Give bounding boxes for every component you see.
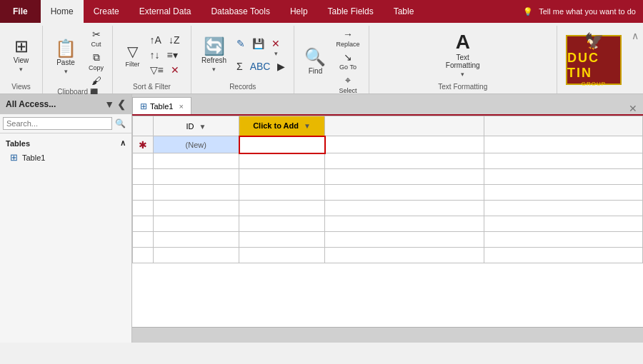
select-button[interactable]: ⌖ Select [333,73,362,96]
select-icon: ⌖ [345,74,351,86]
toggle-filter-button[interactable]: ✕ [168,63,182,77]
main-area: All Access... ▼ ❮ 🔍 Tables ∧ ⊞ Table1 [0,94,643,343]
id-column-dropdown[interactable]: ▼ [199,123,206,131]
tab-external-data[interactable]: External Data [129,0,201,23]
empty-col-header-2 [484,116,643,136]
tab-close-button[interactable]: × [179,102,183,111]
content-area: ⊞ Table1 × ✕ ID ▼ Click to Add [132,94,643,343]
find-icon: 🔍 [304,49,326,66]
logo-group-text: GROUP [582,81,606,87]
empty-row3-indicator [133,185,154,201]
tell-me-text[interactable]: Tell me what you want to do [539,7,636,16]
new-row-input-cell[interactable] [239,136,325,153]
ascending-button[interactable]: ↑A [147,33,164,47]
save-record-button[interactable]: 💾 [249,36,267,59]
refresh-button[interactable]: 🔄 Refresh ▾ [197,36,231,75]
paste-button[interactable]: 📋 Paste ▾ [49,38,83,77]
empty-row3-col1 [239,185,325,201]
row-indicator-header [133,116,154,136]
empty-row1-id [154,153,239,169]
cut-label: Cut [91,41,101,48]
find-content: 🔍 Find → Replace ↘ Go To ⌖ Select [300,27,362,96]
format-painter-button[interactable]: 🖌 [86,74,106,88]
remove-sort-button[interactable]: ↑↓ [147,48,163,62]
view-button[interactable]: ⊞ View ▾ [7,36,36,75]
sort-row2: ↑↓ ≡▾ [147,48,183,62]
new-row-id-cell[interactable]: (New) [154,136,239,153]
tab-table-fields[interactable]: Table Fields [318,0,384,23]
totals-button[interactable]: Σ [234,59,246,74]
search-input[interactable] [3,117,112,130]
spelling-button[interactable]: ABC [247,59,274,74]
status-bar [132,327,643,343]
find-button[interactable]: 🔍 Find [300,46,330,77]
tab-bar: ⊞ Table1 × ✕ [132,94,643,116]
ribbon-group-find: 🔍 Find → Replace ↘ Go To ⌖ Select Find [294,26,369,93]
empty-row-6 [133,232,643,248]
empty-row4-indicator [133,201,154,216]
nav-header-title: All Access... [6,99,56,109]
delete-icon: ✕ [271,38,280,49]
descending-button[interactable]: ↓Z [166,33,183,47]
filter-icon: ▽ [127,43,138,60]
goto-button[interactable]: ↘ Go To [333,50,362,72]
sort-row3: ▽≡ ✕ [147,63,183,77]
more-button[interactable]: ▶ [274,59,288,74]
empty-row3-col3 [484,185,643,201]
ribbon-collapse-area: ∧ [630,26,643,93]
text-formatting-button[interactable]: A TextFormatting ▾ [438,30,488,80]
empty-row2-col2 [325,169,484,185]
nav-header-icons: ▼ ❮ [104,98,126,110]
nav-item-table1[interactable]: ⊞ Table1 [6,150,126,165]
empty-row7-indicator [133,248,154,263]
empty-row5-col3 [484,216,643,232]
nav-section-label-tables: Tables [6,139,30,148]
tab-table1-label: Table1 [150,102,173,111]
new-record-button[interactable]: ✎ [234,36,248,59]
row-star-indicator: ✱ [133,136,154,153]
nav-collapse-icon[interactable]: ❮ [117,98,126,110]
logo-name: DUC TIN [567,51,620,81]
empty-row7-col3 [484,248,643,263]
tab-bar-close-button[interactable]: ✕ [623,103,643,114]
refresh-dropdown: ▾ [212,66,216,73]
nav-panel: All Access... ▼ ❮ 🔍 Tables ∧ ⊞ Table1 [0,94,132,343]
tab-table[interactable]: Table [384,0,424,23]
empty-row1-col1 [239,153,325,169]
advanced-button[interactable]: ≡▾ [164,48,181,62]
collapse-ribbon-button[interactable]: ∧ [630,29,640,43]
replace-button[interactable]: → Replace [333,27,362,49]
copy-button[interactable]: ⧉ Copy [86,50,106,73]
views-content: ⊞ View ▾ [7,27,36,83]
nav-section-collapse-tables[interactable]: ∧ [120,138,126,148]
clipboard-small-btns: ✂ Cut ⧉ Copy 🖌 [86,27,106,88]
tab-database-tools[interactable]: Database Tools [201,0,280,23]
delete-dropdown: ▾ [274,50,278,57]
ribbon-group-clipboard: 📋 Paste ▾ ✂ Cut ⧉ Copy 🖌 Clipboard [43,26,113,93]
id-column-header[interactable]: ID ▼ [154,116,239,136]
tab-file[interactable]: File [0,0,41,23]
tab-home[interactable]: Home [41,0,84,23]
cut-button[interactable]: ✂ Cut [86,27,106,49]
data-table: ID ▼ Click to Add ▼ ✱ [132,116,643,263]
tab-help[interactable]: Help [280,0,318,23]
empty-row6-col1 [239,232,325,248]
search-button[interactable]: 🔍 [112,117,129,130]
nav-menu-icon[interactable]: ▼ [104,98,114,110]
click-to-add-header[interactable]: Click to Add ▼ [239,116,325,136]
selection-button[interactable]: ▽≡ [147,63,166,77]
filter-button[interactable]: ▽ Filter [121,41,144,69]
records-row2: Σ ABC ▶ [234,59,288,74]
delete-button[interactable]: ✕ ▾ [269,36,283,59]
empty-row6-id [154,232,239,248]
tab-table1[interactable]: ⊞ Table1 × [132,97,191,114]
tab-create[interactable]: Create [84,0,129,23]
click-to-add-dropdown[interactable]: ▼ [304,122,311,130]
format-painter-icon: 🖌 [91,75,101,86]
new-row-label: (New) [186,141,206,149]
table-area: ID ▼ Click to Add ▼ ✱ [132,116,643,327]
search-box: 🔍 [0,114,131,133]
ribbon-group-records: 🔄 Refresh ▾ ✎ 💾 ✕ ▾ [191,26,294,93]
copy-icon: ⧉ [93,51,100,64]
empty-row-3 [133,185,643,201]
